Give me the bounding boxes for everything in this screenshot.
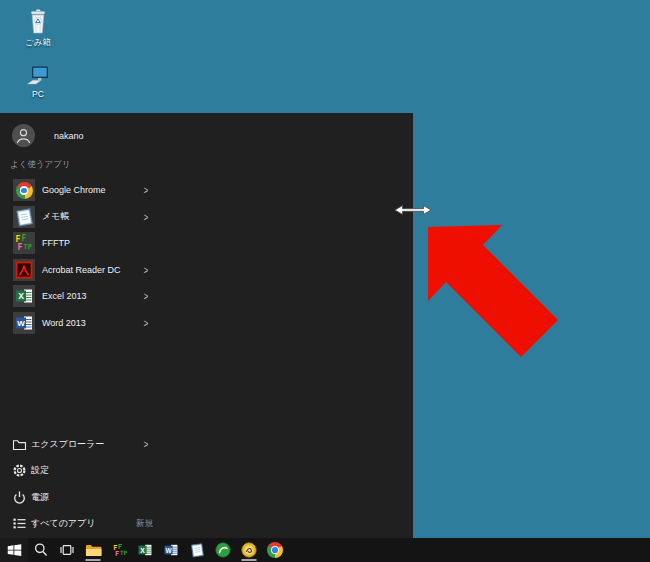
pc-icon	[25, 64, 51, 88]
menu-item-label: 設定	[31, 464, 49, 477]
chevron-right-icon: >	[144, 185, 148, 196]
menu-item-power[interactable]: 電源	[12, 484, 172, 511]
desktop-icon-label: ごみ箱	[25, 37, 51, 49]
menu-item-label: すべてのアプリ	[31, 517, 95, 530]
notepad-icon	[14, 207, 34, 227]
menu-item-label: Google Chrome	[42, 185, 106, 195]
chevron-right-icon: >	[144, 291, 148, 302]
menu-item-label: 電源	[31, 491, 49, 504]
menu-item-explorer[interactable]: エクスプローラー >	[12, 431, 172, 458]
svg-text:F: F	[115, 550, 119, 558]
chevron-right-icon: >	[144, 211, 148, 222]
menu-item-all-apps[interactable]: すべてのアプリ 新規	[12, 511, 172, 538]
menu-item-label: エクスプローラー	[31, 438, 104, 451]
start-button[interactable]	[0, 538, 28, 562]
chevron-right-icon: >	[144, 439, 148, 450]
taskbar-chrome-button[interactable]	[262, 538, 288, 562]
ffftp-icon: F F F TP	[112, 543, 127, 558]
svg-text:TP: TP	[24, 243, 32, 251]
menu-item-word-2013[interactable]: W Word 2013 >	[13, 310, 173, 337]
horizontal-resize-cursor-icon	[393, 202, 433, 218]
ffftp-icon: F F F TP	[14, 233, 34, 253]
app-tile: X	[13, 285, 35, 307]
folder-outline-icon	[12, 437, 27, 452]
svg-text:X: X	[18, 291, 24, 301]
taskbar-green-app-button[interactable]	[210, 538, 236, 562]
excel-icon: X	[14, 286, 34, 306]
menu-item-label: Excel 2013	[42, 291, 87, 301]
taskbar-notepad-button[interactable]	[184, 538, 210, 562]
app-tile: W	[13, 312, 35, 334]
chrome-icon	[267, 542, 283, 558]
svg-text:F: F	[18, 243, 23, 252]
desktop-icon-pc[interactable]: PC	[12, 64, 64, 99]
frequent-apps-list: Google Chrome > メモ帳 >	[13, 177, 173, 336]
taskbar-word-button[interactable]: W	[158, 538, 184, 562]
taskbar-ffftp-button[interactable]: F F F TP	[106, 538, 132, 562]
chevron-right-icon: >	[144, 317, 148, 328]
search-icon	[33, 542, 49, 558]
green-circle-icon	[215, 542, 231, 558]
desktop: ごみ箱 PC nakano よく使うアプリ Googl	[0, 0, 650, 562]
menu-item-label: メモ帳	[42, 210, 69, 223]
acrobat-icon	[14, 260, 34, 280]
folder-icon	[85, 543, 102, 558]
active-app-underline	[86, 559, 101, 561]
app-tile	[13, 179, 35, 201]
taskbar: F F F TP X W	[0, 538, 650, 562]
word-icon: W	[14, 313, 34, 333]
power-icon	[12, 490, 27, 505]
all-apps-icon	[12, 516, 27, 531]
taskbar-gold-app-button[interactable]	[236, 538, 262, 562]
menu-item-settings[interactable]: 設定	[12, 458, 172, 485]
app-tile: F F F TP	[13, 232, 35, 254]
active-app-underline	[242, 559, 257, 561]
chevron-right-icon: >	[144, 264, 148, 275]
menu-item-label: FFFTP	[42, 238, 70, 248]
svg-text:TP: TP	[119, 549, 126, 556]
task-view-icon	[59, 542, 75, 558]
svg-text:F: F	[22, 234, 27, 243]
desktop-icon-recycle-bin[interactable]: ごみ箱	[12, 6, 64, 49]
menu-item-ffftp[interactable]: F F F TP FFFTP	[13, 230, 173, 257]
section-header: よく使うアプリ	[10, 159, 71, 171]
annotation-arrow-icon	[424, 218, 564, 360]
user-avatar-icon	[12, 124, 35, 147]
svg-text:W: W	[17, 319, 25, 328]
recycle-bin-icon	[26, 6, 50, 36]
menu-item-excel-2013[interactable]: X Excel 2013 >	[13, 283, 173, 310]
menu-item-notepad[interactable]: メモ帳 >	[13, 204, 173, 231]
menu-item-acrobat-reader[interactable]: Acrobat Reader DC >	[13, 257, 173, 284]
menu-item-google-chrome[interactable]: Google Chrome >	[13, 177, 173, 204]
taskbar-excel-button[interactable]: X	[132, 538, 158, 562]
user-account-button[interactable]: nakano	[12, 124, 84, 147]
start-menu: nakano よく使うアプリ Google Chrome >	[0, 113, 413, 538]
taskbar-file-explorer-button[interactable]	[80, 538, 106, 562]
app-tile	[13, 259, 35, 281]
excel-icon: X	[137, 542, 153, 558]
user-name: nakano	[54, 131, 84, 141]
taskbar-search-button[interactable]	[28, 538, 54, 562]
chrome-icon	[16, 182, 33, 199]
system-items-list: エクスプローラー > 設定	[12, 431, 172, 537]
new-badge: 新規	[136, 518, 153, 530]
gear-icon	[12, 463, 27, 478]
notepad-icon	[189, 542, 205, 558]
svg-text:W: W	[166, 547, 173, 554]
gold-circle-icon	[241, 542, 257, 558]
word-icon: W	[163, 542, 179, 558]
desktop-icon-label: PC	[32, 89, 44, 99]
windows-logo-icon	[7, 543, 22, 557]
task-view-button[interactable]	[54, 538, 80, 562]
svg-text:X: X	[140, 547, 145, 554]
menu-item-label: Acrobat Reader DC	[42, 265, 121, 275]
menu-item-label: Word 2013	[42, 318, 86, 328]
app-tile	[13, 206, 35, 228]
